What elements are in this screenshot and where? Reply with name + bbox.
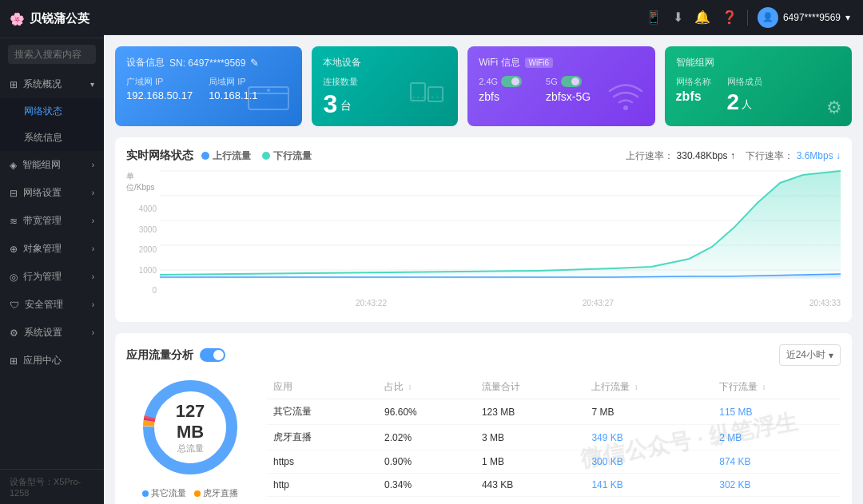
chevron-icon: ›	[92, 272, 94, 281]
sidebar-item-system-settings[interactable]: ⚙ 系统设置 ›	[0, 319, 104, 347]
col-upload: 上行流量 ↕	[585, 375, 713, 399]
sidebar-item-label: 对象管理	[23, 242, 62, 256]
table-head: 应用 占比 ↕ 流量合计 上行流量 ↕ 下行流量 ↕	[267, 375, 841, 399]
sidebar-item-label: 网络设置	[23, 186, 62, 200]
download-speed-label: 下行速率：	[746, 150, 793, 161]
cell-download: 302 KB	[713, 474, 841, 497]
ssid-24g: zbfs	[479, 90, 522, 103]
topbar-user[interactable]: 👤 6497****9569 ▾	[758, 7, 850, 28]
content: 设备信息 SN: 6497****9569 ✎ 广域网 IP 192.168.5…	[104, 35, 863, 504]
sidebar-item-bandwidth[interactable]: ≋ 带宽管理 ›	[0, 207, 104, 235]
col-download: 下行流量 ↕	[713, 375, 841, 399]
toggle-24g[interactable]	[501, 76, 522, 87]
sidebar-item-system-info[interactable]: 系统信息	[0, 125, 104, 151]
gear-icon[interactable]: ⚙	[826, 97, 842, 118]
time-selector[interactable]: 近24小时 ▾	[779, 344, 841, 366]
table-body: 其它流量 96.60% 123 MB 7 MB 115 MB 虎牙直播 2.02…	[267, 399, 841, 505]
wan-ip-field: 广域网 IP 192.168.50.17	[126, 76, 193, 101]
cards-row: 设备信息 SN: 6497****9569 ✎ 广域网 IP 192.168.5…	[115, 46, 852, 126]
wifi-card: WiFi 信息 WiFi6 2.4G zbfs	[467, 46, 654, 126]
dropdown-icon: ▾	[829, 350, 833, 361]
sidebar-submenu-system: 网络状态 系统信息	[0, 98, 104, 151]
svg-rect-4	[428, 87, 443, 101]
cell-total: 443 KB	[475, 474, 586, 497]
chart-area: 单位/Kbps 4000 3000 2000 1000 0	[126, 171, 841, 311]
topbar: 📱 ⬇ 🔔 ❓ 👤 6497****9569 ▾	[104, 0, 863, 35]
mesh-nodes-count: 2	[727, 89, 740, 115]
legend-other: 其它流量	[142, 487, 186, 499]
other-dot	[142, 490, 149, 497]
search-input[interactable]	[8, 45, 96, 64]
y-label-title: 单位/Kbps	[126, 171, 157, 193]
wifi-icon-bg	[606, 79, 646, 118]
brand-logo: 🌸 贝锐蒲公英	[0, 0, 104, 38]
logo-icon: 🌸	[10, 12, 25, 26]
download-dot	[262, 152, 270, 160]
phone-icon[interactable]: 📱	[646, 10, 662, 25]
chevron-icon: ›	[92, 244, 94, 253]
traffic-title: 应用流量分析	[126, 348, 225, 363]
sidebar-item-security[interactable]: 🛡 安全管理 ›	[0, 291, 104, 319]
legend-upload: 上行流量	[201, 149, 251, 163]
topbar-divider	[747, 10, 748, 26]
wifi-5g: 5G zbfsx-5G	[546, 76, 591, 103]
svg-point-2	[267, 89, 270, 92]
realtime-chart-section: 实时网络状态 上行流量 下行流量	[115, 137, 852, 322]
table-row: 虎牙直播 2.02% 3 MB 349 KB 2 MB	[267, 425, 841, 450]
device-count: 3	[323, 91, 337, 117]
sidebar-item-behavior[interactable]: ◎ 行为管理 ›	[0, 263, 104, 291]
bandwidth-icon: ≋	[10, 216, 18, 227]
behavior-icon: ◎	[10, 272, 18, 283]
edit-icon[interactable]: ✎	[250, 57, 259, 69]
local-card-icon-bg	[404, 75, 448, 118]
cell-total: 123 MB	[475, 399, 586, 425]
cell-download: 115 MB	[713, 399, 841, 425]
traffic-content: 127 MB 总流量 其它流量 虎牙直播	[126, 375, 841, 504]
sidebar-item-vpn[interactable]: ⊕ 对象管理 ›	[0, 235, 104, 263]
traffic-toggle[interactable]	[200, 348, 225, 362]
col-total: 流量合计	[475, 375, 586, 399]
traffic-table: 应用 占比 ↕ 流量合计 上行流量 ↕ 下行流量 ↕ 其它流量 96.60% 1…	[267, 375, 841, 504]
svg-point-6	[623, 105, 628, 110]
mesh-nodes-field: 网络成员 2 人	[727, 76, 762, 115]
traffic-table-area: 应用 占比 ↕ 流量合计 上行流量 ↕ 下行流量 ↕ 其它流量 96.60% 1…	[267, 375, 841, 504]
main-area: 📱 ⬇ 🔔 ❓ 👤 6497****9569 ▾ 设备信息 SN: 6497	[104, 0, 863, 504]
mesh-name-label: 网络名称	[676, 76, 711, 88]
search-container[interactable]	[0, 38, 104, 70]
chevron-icon: ›	[92, 189, 94, 197]
table-row: http 0.34% 443 KB 141 KB 302 KB	[267, 474, 841, 497]
avatar: 👤	[758, 7, 778, 28]
sidebar-item-label: 安全管理	[25, 298, 63, 312]
download-icon[interactable]: ⬇	[673, 10, 683, 25]
table-header-row: 应用 占比 ↕ 流量合计 上行流量 ↕ 下行流量 ↕	[267, 375, 841, 399]
sidebar-item-network-settings[interactable]: ⊟ 网络设置 ›	[0, 179, 104, 207]
user-id: 6497****9569	[783, 12, 841, 23]
cell-total: 1 MB	[475, 450, 586, 474]
chart-legend: 上行流量 下行流量	[201, 149, 312, 163]
sidebar-item-network-status[interactable]: 网络状态	[0, 98, 104, 125]
settings-icon: ⚙	[10, 327, 18, 339]
apps-icon: ⊞	[10, 355, 18, 367]
donut-total: 127 MB	[165, 401, 217, 442]
upload-speed: 330.48Kbps ↑	[677, 150, 735, 161]
chart-svg	[160, 171, 841, 295]
y-1000: 1000	[139, 266, 157, 275]
help-icon[interactable]: ❓	[722, 10, 738, 25]
col-percent: 占比 ↕	[378, 375, 475, 399]
cell-percent: 0.09%	[378, 497, 475, 505]
toggle-5g[interactable]	[561, 76, 582, 87]
cell-download: 874 KB	[713, 450, 841, 474]
network-icon: ⊟	[10, 188, 18, 199]
sidebar-item-smart-mesh[interactable]: ◈ 智能组网 ›	[0, 151, 104, 179]
svg-rect-3	[411, 83, 425, 101]
device-card-title: 设备信息 SN: 6497****9569 ✎	[126, 56, 291, 69]
x-label-2: 20:43:27	[583, 299, 614, 308]
sidebar-item-app-center[interactable]: ⊞ 应用中心	[0, 347, 104, 375]
sidebar: 🌸 贝锐蒲公英 ⊞ 系统概况 ▾ 网络状态 系统信息 ◈ 智能组网	[0, 0, 104, 504]
legend-tiger: 虎牙直播	[194, 487, 238, 499]
cell-app: https	[267, 450, 378, 474]
sidebar-item-system-overview[interactable]: ⊞ 系统概况 ▾	[0, 70, 104, 98]
upload-speed-label: 上行速率：	[626, 150, 674, 161]
cell-upload: 300 KB	[585, 450, 713, 474]
bell-icon[interactable]: 🔔	[694, 10, 710, 25]
